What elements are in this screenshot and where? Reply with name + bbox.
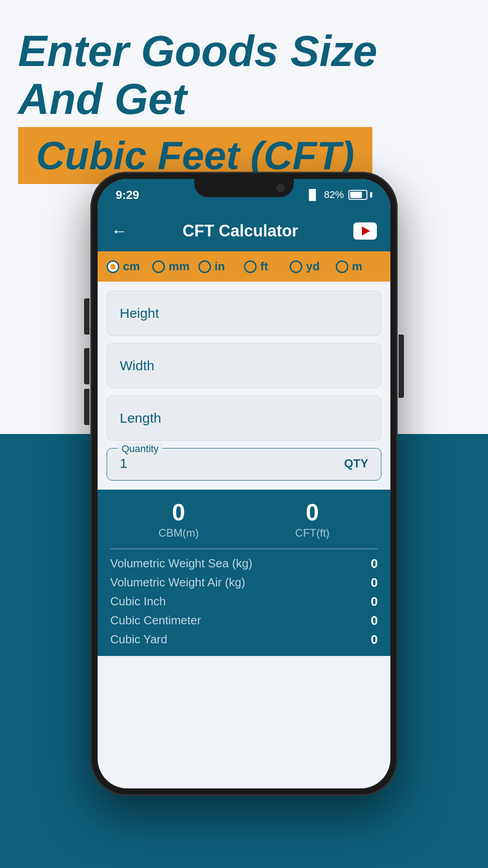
unit-option-m[interactable]: m [336,259,381,274]
inputs-section: Height Width Length Quantity 1 QTY [98,282,390,490]
phone-mockup: 9:29 ▐▌ 82% ← CFT C [90,172,398,796]
quantity-label: Quantity [118,443,162,455]
cft-unit: CFT(ft) [295,527,329,539]
vol-sea-value: 0 [371,557,378,571]
quantity-value: 1 [120,456,127,471]
signal-strength-icon: ▐▌ [305,189,319,201]
cubic-inch-row: Cubic Inch 0 [110,594,378,609]
notch [194,179,294,197]
radio-ft-circle [244,260,257,273]
app-bar: ← CFT Calculator [98,211,390,251]
vol-sea-row: Volumetric Weight Sea (kg) 0 [110,557,378,571]
length-placeholder: Length [120,410,161,425]
unit-label-mm: mm [169,259,189,274]
results-main: 0 CBM(m) 0 CFT(ft) [110,500,378,548]
battery-tip [370,192,372,198]
battery-body [348,190,367,200]
cubic-inch-label: Cubic Inch [110,594,166,609]
radio-cm-dot [110,264,116,269]
radio-in-circle [198,260,211,273]
cubic-cm-row: Cubic Centimeter 0 [110,613,378,628]
height-field[interactable]: Height [107,291,381,336]
phone-outer: 9:29 ▐▌ 82% ← CFT C [90,172,398,796]
cubic-cm-value: 0 [371,613,378,628]
results-divider [110,548,378,549]
cubic-cm-label: Cubic Centimeter [110,613,201,627]
unit-option-yd[interactable]: yd [290,259,335,274]
radio-cm-circle [107,260,119,273]
vol-air-row: Volumetric Weight Air (kg) 0 [110,576,378,590]
unit-label-ft: ft [260,259,268,274]
qty-badge: QTY [344,457,368,471]
cubic-yard-row: Cubic Yard 0 [110,632,378,647]
vol-air-value: 0 [371,576,378,590]
unit-label-cm: cm [123,259,140,274]
unit-label-in: in [215,259,225,274]
youtube-button[interactable] [353,222,377,240]
header-title-line1: Enter Goods Size And Get [18,27,470,123]
unit-selector: cm mm in ft [98,251,390,282]
cbm-value: 0 [159,500,199,524]
unit-label-yd: yd [306,259,319,274]
radio-yd-circle [290,260,302,273]
unit-option-cm[interactable]: cm [107,259,152,274]
unit-option-in[interactable]: in [198,259,244,274]
battery-percentage: 82% [324,189,344,201]
height-placeholder: Height [120,306,159,321]
cbm-result: 0 CBM(m) [159,500,199,539]
status-time: 9:29 [116,188,139,202]
header-section: Enter Goods Size And Get Cubic Feet (CFT… [0,27,488,184]
app-title: CFT Calculator [183,222,298,241]
back-button[interactable]: ← [111,222,127,241]
youtube-play-icon [362,226,370,236]
quantity-row: 1 QTY [120,456,368,471]
radio-mm-circle [152,260,165,273]
battery-fill [350,192,362,198]
phone-screen: 9:29 ▐▌ 82% ← CFT C [98,179,390,788]
status-right: ▐▌ 82% [305,189,372,201]
width-field[interactable]: Width [107,343,381,388]
cubic-yard-value: 0 [371,632,378,647]
unit-option-ft[interactable]: ft [244,259,290,274]
vol-air-label: Volumetric Weight Air (kg) [110,576,245,590]
cubic-yard-label: Cubic Yard [110,632,167,646]
status-bar: 9:29 ▐▌ 82% [98,179,390,211]
radio-m-circle [336,260,348,273]
results-section: 0 CBM(m) 0 CFT(ft) Volumetric Weight Sea… [98,490,390,656]
cft-value: 0 [295,500,329,524]
width-placeholder: Width [120,358,155,373]
cbm-unit: CBM(m) [159,527,199,539]
results-rows: Volumetric Weight Sea (kg) 0 Volumetric … [110,557,378,647]
vol-sea-label: Volumetric Weight Sea (kg) [110,557,253,571]
unit-option-mm[interactable]: mm [152,259,198,274]
unit-label-m: m [352,259,362,274]
cubic-inch-value: 0 [371,594,378,609]
notch-camera [277,184,285,192]
length-field[interactable]: Length [107,396,381,441]
quantity-field[interactable]: Quantity 1 QTY [107,448,381,481]
cft-result: 0 CFT(ft) [295,500,329,539]
battery-icon [348,190,372,200]
